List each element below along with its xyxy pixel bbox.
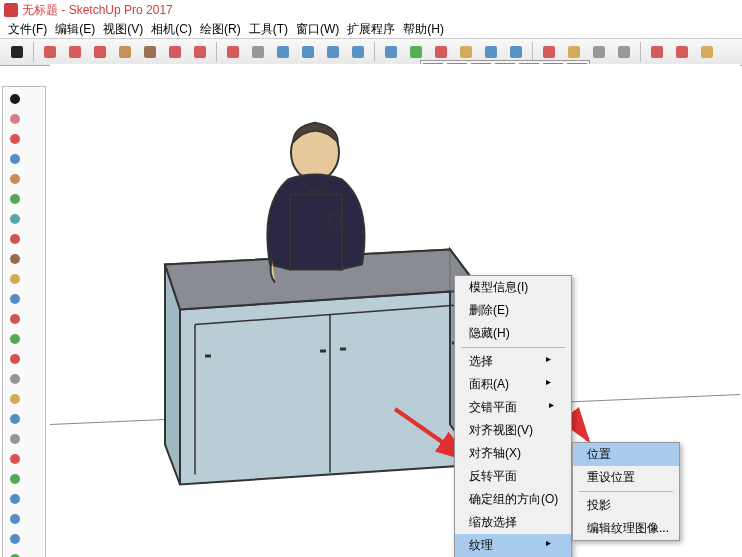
svg-rect-15	[410, 46, 422, 58]
zoom-ext-icon[interactable]	[380, 41, 402, 63]
print-icon[interactable]	[588, 41, 610, 63]
push-icon[interactable]	[139, 41, 161, 63]
menu-0[interactable]: 文件(F)	[4, 20, 51, 38]
tool-rotate-icon[interactable]	[5, 329, 24, 348]
menu-2[interactable]: 视图(V)	[99, 20, 147, 38]
tool-circle-icon[interactable]	[5, 189, 24, 208]
ctx-item-2[interactable]: 隐藏(H)	[455, 322, 571, 345]
tool-orbit-icon[interactable]	[5, 489, 24, 508]
svg-point-40	[10, 354, 20, 364]
settings-icon[interactable]	[613, 41, 635, 63]
tool-push-icon[interactable]	[5, 249, 24, 268]
menu-7[interactable]: 扩展程序	[343, 20, 399, 38]
pencil-icon[interactable]	[64, 41, 86, 63]
menu-8[interactable]: 帮助(H)	[399, 20, 448, 38]
menu-3[interactable]: 相机(C)	[147, 20, 196, 38]
ctx-item-10[interactable]: 确定组的方向(O)	[455, 488, 571, 511]
svg-point-34	[10, 234, 20, 244]
tool-pencil-icon[interactable]	[5, 129, 24, 148]
svg-rect-25	[676, 46, 688, 58]
title-bar: 无标题 - SketchUp Pro 2017	[0, 0, 742, 20]
svg-point-37	[10, 294, 20, 304]
svg-rect-2	[69, 46, 81, 58]
ctx-item-8[interactable]: 对齐轴(X)	[455, 442, 571, 465]
svg-point-36	[10, 274, 20, 284]
svg-point-32	[10, 194, 20, 204]
help-icon[interactable]	[696, 41, 718, 63]
ctx-item-0[interactable]: 模型信息(I)	[455, 276, 571, 299]
svg-rect-19	[510, 46, 522, 58]
orbit-icon[interactable]	[297, 41, 319, 63]
svg-rect-11	[302, 46, 314, 58]
tool-offset-icon[interactable]	[5, 289, 24, 308]
tool-eraser-icon[interactable]	[5, 109, 24, 128]
tool-walk-icon[interactable]	[5, 549, 24, 557]
svg-point-28	[10, 114, 20, 124]
svg-point-46	[10, 474, 20, 484]
scale-icon[interactable]	[222, 41, 244, 63]
svg-rect-75	[205, 355, 211, 358]
arc-icon[interactable]	[89, 41, 111, 63]
menu-6[interactable]: 窗口(W)	[292, 20, 343, 38]
context-submenu-texture[interactable]: 位置重设位置投影编辑纹理图像...	[572, 442, 680, 541]
menu-1[interactable]: 编辑(E)	[51, 20, 99, 38]
menu-4[interactable]: 绘图(R)	[196, 20, 245, 38]
svg-rect-16	[435, 46, 447, 58]
svg-rect-17	[460, 46, 472, 58]
subctx-item-0[interactable]: 位置	[573, 443, 679, 466]
svg-rect-3	[94, 46, 106, 58]
svg-rect-1	[44, 46, 56, 58]
pan-icon[interactable]	[322, 41, 344, 63]
ctx-item-4[interactable]: 选择	[455, 350, 571, 373]
ctx-item-6[interactable]: 交错平面	[455, 396, 571, 419]
svg-point-43	[10, 414, 20, 424]
paint-icon[interactable]	[39, 41, 61, 63]
tool-scale-icon[interactable]	[5, 349, 24, 368]
svg-rect-10	[277, 46, 289, 58]
text-icon[interactable]	[272, 41, 294, 63]
tool-palette	[2, 86, 46, 557]
svg-rect-5	[144, 46, 156, 58]
ctx-item-1[interactable]: 删除(E)	[455, 299, 571, 322]
tool-text-icon[interactable]	[5, 409, 24, 428]
svg-rect-21	[568, 46, 580, 58]
svg-point-48	[10, 514, 20, 524]
tool-line-icon[interactable]	[5, 149, 24, 168]
rotate-icon[interactable]	[189, 41, 211, 63]
ctx-item-7[interactable]: 对齐视图(V)	[455, 419, 571, 442]
tool-dim-icon[interactable]	[5, 429, 24, 448]
subctx-item-3[interactable]: 投影	[573, 494, 679, 517]
context-menu-entity[interactable]: 模型信息(I)删除(E)隐藏(H)选择面积(A)交错平面对齐视图(V)对齐轴(X…	[454, 275, 572, 557]
tool-arc2-icon[interactable]	[5, 229, 24, 248]
move-icon[interactable]	[164, 41, 186, 63]
tool-zoom-icon[interactable]	[5, 529, 24, 548]
zoom-icon[interactable]	[347, 41, 369, 63]
cloud-icon[interactable]	[646, 41, 668, 63]
svg-rect-77	[340, 348, 346, 351]
shape-icon[interactable]	[114, 41, 136, 63]
tool-pan-icon[interactable]	[5, 509, 24, 528]
ctx-item-9[interactable]: 反转平面	[455, 465, 571, 488]
subctx-item-1[interactable]: 重设位置	[573, 466, 679, 489]
menu-bar: 文件(F)编辑(E)视图(V)相机(C)绘图(R)工具(T)窗口(W)扩展程序帮…	[0, 20, 742, 38]
svg-rect-20	[543, 46, 555, 58]
tool-arc-icon[interactable]	[5, 209, 24, 228]
ctx-item-11[interactable]: 缩放选择	[455, 511, 571, 534]
select-icon[interactable]	[6, 41, 28, 63]
tool-follow-icon[interactable]	[5, 269, 24, 288]
svg-rect-7	[194, 46, 206, 58]
svg-rect-9	[252, 46, 264, 58]
tool-move-icon[interactable]	[5, 309, 24, 328]
tool-axes-icon[interactable]	[5, 449, 24, 468]
subctx-item-4[interactable]: 编辑纹理图像...	[573, 517, 679, 540]
menu-5[interactable]: 工具(T)	[245, 20, 292, 38]
tool-rect-icon[interactable]	[5, 169, 24, 188]
record-icon[interactable]	[671, 41, 693, 63]
tool-tape-icon[interactable]	[5, 369, 24, 388]
ctx-item-5[interactable]: 面积(A)	[455, 373, 571, 396]
ctx-item-12[interactable]: 纹理	[455, 534, 571, 557]
tool-protractor-icon[interactable]	[5, 389, 24, 408]
tool-select-icon[interactable]	[5, 89, 24, 108]
tape-icon[interactable]	[247, 41, 269, 63]
tool-section-icon[interactable]	[5, 469, 24, 488]
